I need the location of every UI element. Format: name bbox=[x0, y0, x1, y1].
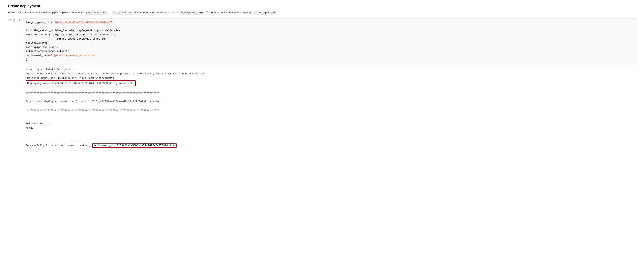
code-line-blank bbox=[26, 25, 633, 29]
redacted-value: "b7e9cd3c-3b01-4819-e006-818e8de07ee6" bbox=[54, 21, 112, 24]
output-blank-1 bbox=[26, 86, 636, 91]
output-block: Preparing an AutoAI Deployment... Deprec… bbox=[23, 66, 636, 154]
action-code-4: target_space_id bbox=[252, 11, 277, 15]
code-line-5: service.create( bbox=[26, 41, 633, 45]
action-label: Action: bbox=[8, 11, 17, 14]
output-line-2: Depreciation Warning: Passing an object … bbox=[26, 72, 636, 76]
output-blank-3 bbox=[26, 104, 636, 108]
deployment-uid-highlighted: deployment_uid='288f00a2-58b8-4e71-9d7f-… bbox=[92, 143, 176, 148]
action-text-4: . To perform deployment please specify bbox=[205, 11, 252, 14]
code-block[interactable]: target_space_id = "b7e9cd3c-3b01-4819-e0… bbox=[23, 18, 636, 64]
code-line-3: service = WebService(target_wml_credenti… bbox=[26, 33, 633, 37]
output-separator-2: ---------------------------------------- bbox=[26, 148, 636, 152]
notebook-cell: Create deployment Action: If you want to… bbox=[0, 0, 644, 160]
code-line-8: deployment_name=f'{pipeline_name}_webser… bbox=[26, 54, 633, 58]
output-success-line: Successfully finished deployment creatio… bbox=[26, 143, 636, 148]
class-webservice: WebService bbox=[105, 29, 120, 32]
code-line-7: metadata=experiment_metadata, bbox=[26, 49, 633, 54]
keyword-from: from bbox=[26, 29, 32, 32]
output-separator-1: ---------------------------------------- bbox=[26, 139, 636, 143]
output-line-4-highlighted: Deploying model b74fcb43-0518-4b6b-8ad9-… bbox=[26, 80, 636, 86]
output-blank-6 bbox=[26, 130, 636, 135]
output-hashes-1: ########################################… bbox=[26, 91, 636, 95]
output-blank-4 bbox=[26, 113, 636, 117]
code-line-6: model=pipeline_model, bbox=[26, 45, 633, 50]
output-line-3: Published model uid: b74fcb43-0518-4b6b-… bbox=[26, 76, 636, 80]
code-cell: In [15]: target_space_id = "b7e9cd3c-3b0… bbox=[8, 18, 636, 64]
success-prefix: Successfully finished deployment creatio… bbox=[26, 144, 91, 147]
output-hashes-2: ########################################… bbox=[26, 108, 636, 113]
deploy-highlight-box: Deploying model b74fcb43-0518-4b6b-8ad9-… bbox=[26, 80, 136, 86]
output-blank-5 bbox=[26, 117, 636, 122]
action-code-2: new_pipeline bbox=[112, 11, 132, 15]
code-line-4: target_space_id=target_space_id) bbox=[26, 37, 633, 41]
action-text-3: . If you prefer you can also change the bbox=[133, 11, 179, 14]
section-title: Create deployment bbox=[8, 4, 636, 8]
cell-label: In [15]: bbox=[8, 18, 23, 22]
output-init: initializing..... bbox=[26, 122, 636, 126]
output-blank-7 bbox=[26, 135, 636, 139]
eq-sign-1: = bbox=[51, 21, 54, 24]
code-line-9: ) bbox=[26, 58, 633, 62]
code-line-1: target_space_id = "b7e9cd3c-3b01-4819-e0… bbox=[26, 21, 633, 25]
output-sync-line: Synchronous deployment creation for uid:… bbox=[26, 99, 636, 104]
code-line-import: from ibm_watson_machine_learning.deploym… bbox=[26, 29, 633, 33]
action-text-2: to bbox=[109, 11, 112, 14]
var-target-space-id: target_space_id bbox=[26, 21, 49, 24]
output-blank-2 bbox=[26, 95, 636, 99]
action-code-1: pipeline_model bbox=[85, 11, 108, 15]
module-name: ibm_watson_machine_learning.deployment bbox=[34, 29, 94, 32]
output-ready: ready bbox=[26, 126, 636, 130]
action-text-1: If you want to deploy refined pipeline p… bbox=[18, 11, 85, 14]
keyword-import: import bbox=[94, 29, 103, 32]
action-description: Action: If you want to deploy refined pi… bbox=[8, 11, 636, 15]
output-line-1: Preparing an AutoAI Deployment... bbox=[26, 67, 636, 72]
action-code-3: deployment_name bbox=[179, 11, 204, 15]
